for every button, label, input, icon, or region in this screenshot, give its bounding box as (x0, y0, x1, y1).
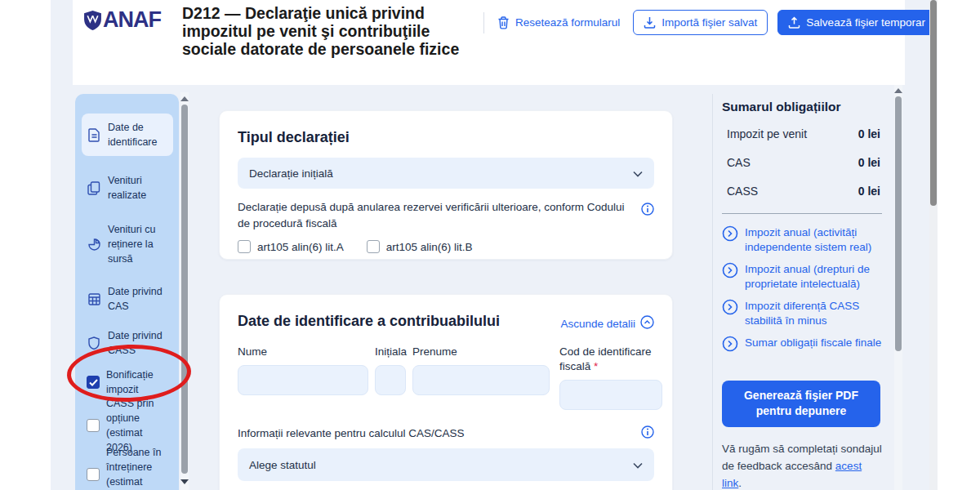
sidebar-item-label: Date privind CASS (108, 328, 168, 358)
circle-chevron-up-icon (640, 315, 654, 332)
bonificatie-checkbox-checked[interactable] (87, 376, 100, 389)
summary-panel: Sumarul obligațiilor Impozit pe venit 0 … (722, 100, 882, 490)
anaf-shield-icon (84, 11, 101, 30)
persoane-intretinere-checkbox[interactable] (87, 468, 100, 481)
app-header: ANAF D212 — Declaraţie unică privind imp… (73, 0, 905, 85)
sidebar-item-label: Date privind CAS (108, 284, 168, 314)
reset-form-label: Resetează formularul (515, 16, 620, 29)
link-sumar-obligatii-finale[interactable]: Sumar obligații fiscale finale (722, 336, 882, 356)
content-scrollbar[interactable] (894, 85, 902, 490)
cif-input[interactable] (559, 380, 662, 410)
status-select[interactable]: Alege statutul (238, 448, 654, 481)
window-scrollbar[interactable] (929, 0, 938, 490)
import-file-button[interactable]: Importă fişier salvat (633, 10, 768, 35)
shield-icon (87, 336, 101, 350)
link-impozit-drepturi-proprietate[interactable]: Impozit anual (drepturi de proprietate i… (722, 262, 882, 291)
summary-row-label: CAS (727, 156, 751, 169)
chevron-down-icon (633, 167, 643, 180)
art105-lit-a-label: art105 alin(6) lit.A (257, 241, 344, 253)
scroll-down-arrow-icon[interactable] (180, 479, 189, 484)
sidebar-item-date-cas[interactable]: Date privind CAS (82, 278, 173, 319)
summary-row-value: 0 lei (858, 127, 880, 140)
info-icon[interactable] (641, 203, 654, 219)
checkbox-box[interactable] (238, 240, 251, 253)
initiala-label: Inițiala (375, 345, 406, 359)
cass-optiune-checkbox[interactable] (87, 419, 100, 432)
prenume-input[interactable] (412, 365, 550, 395)
pie-chart-icon (87, 238, 101, 251)
sidebar-item-persoane-intretinere[interactable]: Persoane în întreținere (estimat 2026) (82, 450, 173, 490)
circle-arrow-right-icon (722, 225, 738, 246)
table-icon (87, 293, 101, 305)
prenume-label: Prenume (412, 345, 550, 359)
declaration-type-select[interactable]: Declarație inițială (238, 158, 654, 189)
app-background: ANAF D212 — Declaraţie unică privind imp… (51, 0, 938, 490)
summary-title: Sumarul obligațiilor (722, 100, 882, 114)
sidebar-item-label: Venituri realizate (108, 173, 168, 203)
download-icon (644, 16, 656, 29)
summary-row-label: Impozit pe venit (727, 127, 807, 140)
reset-form-button[interactable]: Resetează formularul (494, 11, 623, 34)
sidebar-scrollbar[interactable] (180, 92, 189, 490)
page-title: D212 — Declaraţie unică privind impozitu… (182, 4, 464, 58)
sidebar-item-label: Bonificație impozit (106, 368, 168, 397)
nume-label: Nume (238, 345, 368, 359)
status-select-value: Alege statutul (249, 459, 316, 471)
summary-divider (722, 213, 882, 214)
circle-arrow-right-icon (722, 299, 738, 319)
save-temp-file-label: Salvează fişier temporar (806, 16, 925, 29)
save-temp-file-button[interactable]: Salvează fişier temporar (777, 10, 936, 35)
sidebar-item-date-cass[interactable]: Date privind CASS (82, 323, 173, 363)
anaf-logo: ANAF (84, 7, 161, 33)
sidebar-item-venituri-retinere-sursa[interactable]: Venituri cu reținere la sursă (82, 216, 173, 272)
sidebar-item-label: Date de identificare (108, 120, 168, 149)
cas-info-label: Informații relevante pentru calculul CAS… (238, 427, 465, 439)
art105-checkbox-row: art105 alin(6) lit.A art105 alin(6) lit.… (238, 240, 654, 253)
import-file-label: Importă fişier salvat (662, 16, 757, 29)
summary-row-label: CASS (727, 185, 758, 198)
initiala-input[interactable] (375, 365, 406, 395)
document-icon (87, 128, 101, 142)
content-scrollbar-thumb[interactable] (895, 96, 902, 351)
art105-lit-a-checkbox[interactable]: art105 alin(6) lit.A (238, 240, 344, 253)
art105-lit-b-checkbox[interactable]: art105 alin(6) lit.B (367, 240, 473, 253)
field-cif: Cod de identificare fiscală * (559, 345, 662, 410)
declaration-type-title: Tipul declarației (238, 129, 654, 146)
link-impozit-activitati-independente[interactable]: Impozit anual (activități independente s… (722, 225, 882, 254)
scroll-up-arrow-icon[interactable] (180, 96, 189, 101)
cif-label: Cod de identificare fiscală * (559, 345, 662, 374)
chevron-down-icon (633, 459, 643, 471)
feedback-text: Vă rugăm să completați sondajul de feedb… (722, 441, 882, 490)
sidebar-item-venituri-realizate[interactable]: Venituri realizate (82, 167, 173, 208)
link-impozit-diferenta-cass[interactable]: Impozit diferență CASS stabilită în minu… (722, 299, 882, 327)
name-fields-row: Nume Inițiala Prenume Cod de identificar… (238, 345, 654, 410)
declaration-type-card: Tipul declarației Declarație inițială De… (219, 110, 673, 260)
field-prenume: Prenume (412, 345, 550, 395)
hide-details-link[interactable]: Ascunde detalii (560, 315, 654, 332)
nume-input[interactable] (238, 365, 368, 395)
scroll-up-arrow-icon[interactable] (894, 88, 902, 93)
checkbox-box[interactable] (367, 240, 380, 253)
summary-row-cas: CAS 0 lei (722, 156, 882, 169)
summary-row-cass: CASS 0 lei (722, 185, 882, 198)
field-initiala: Inițiala (375, 345, 406, 395)
info-icon[interactable] (641, 425, 654, 441)
declaration-note-text: Declarație depusă după anularea rezervei… (238, 199, 630, 231)
upload-icon (788, 16, 800, 29)
sidebar-item-cass-prin-optiune[interactable]: CASS prin opțiune (estimat 2026) (82, 401, 173, 450)
circle-arrow-right-icon (722, 262, 738, 283)
generate-pdf-button[interactable]: Generează fişier PDF pentru depunere (722, 381, 880, 427)
anaf-logo-text: ANAF (103, 7, 161, 33)
content-divider (712, 94, 713, 490)
sidebar-scrollbar-thumb[interactable] (181, 105, 188, 474)
identification-card: Date de identificare a contribuabilului … (219, 294, 673, 490)
identification-title: Date de identificare a contribuabilului (238, 313, 500, 330)
sidebar-item-date-identificare[interactable]: Date de identificare (82, 114, 173, 156)
summary-row-value: 0 lei (858, 156, 880, 169)
declaration-type-select-value: Declarație inițială (249, 167, 333, 180)
sidebar-item-label: Venituri cu reținere la sursă (108, 222, 168, 266)
hide-details-label: Ascunde detalii (560, 318, 635, 330)
declaration-note-row: Declarație depusă după anularea rezervei… (238, 199, 654, 231)
window-scrollbar-thumb[interactable] (930, 0, 937, 206)
summary-row-impozit: Impozit pe venit 0 lei (722, 127, 882, 140)
